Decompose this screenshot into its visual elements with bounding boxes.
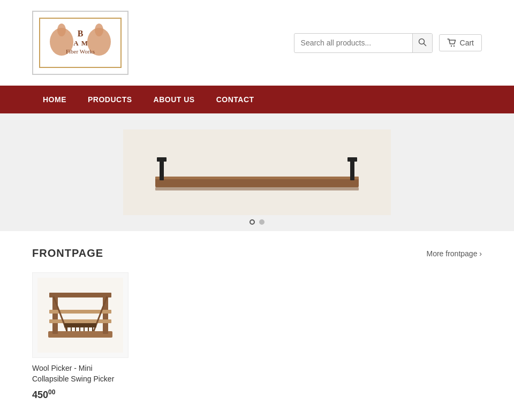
nav-products[interactable]: PRODUCTS [77,86,143,113]
svg-point-4 [95,24,103,36]
nav-about[interactable]: ABOUT US [143,86,206,113]
product-image-box [32,272,128,358]
svg-rect-17 [157,157,167,162]
logo-area: B A M Fiber Works [32,11,128,75]
logo: B A M Fiber Works [32,11,128,75]
slider-dots [250,219,264,225]
cart-button[interactable]: Cart [439,34,482,51]
svg-point-2 [57,24,66,36]
header-right: Cart [294,33,482,53]
price-value: 450 [32,390,48,400]
nav-contact[interactable]: CONTACT [206,86,265,113]
product-image [37,278,123,353]
svg-line-10 [424,43,426,45]
svg-text:B: B [78,29,84,38]
search-input[interactable] [294,34,412,51]
hero-slider [0,113,514,231]
search-icon [418,38,427,47]
svg-rect-16 [160,159,164,180]
main-content: FRONTPAGE More frontpage › [0,231,514,420]
svg-rect-15 [155,177,359,179]
section-title: FRONTPAGE [32,247,103,259]
nav-home[interactable]: HOME [32,86,77,113]
svg-rect-20 [155,187,359,190]
slider-dot-1[interactable] [250,219,255,225]
cart-icon [447,39,457,47]
svg-point-12 [453,45,454,47]
navigation: HOME PRODUCTS ABOUT US CONTACT [0,86,514,113]
products-grid: Wool Picker - Mini Collapsible Swing Pic… [32,272,482,401]
svg-text:M: M [81,39,88,47]
logo-image: B A M Fiber Works [37,16,123,70]
slider-svg [123,129,391,215]
product-price: 45000 [32,388,128,401]
cart-label: Cart [460,39,474,47]
price-cents: 00 [48,388,55,396]
svg-rect-18 [350,159,354,180]
svg-rect-27 [49,319,111,323]
product-card[interactable]: Wool Picker - Mini Collapsible Swing Pic… [32,272,128,401]
search-bar [294,33,433,53]
search-button[interactable] [412,34,432,52]
svg-point-11 [450,45,451,47]
svg-rect-19 [347,157,357,162]
more-frontpage-link[interactable]: More frontpage › [427,249,482,258]
svg-text:Fiber Works: Fiber Works [66,48,95,55]
header: B A M Fiber Works Cart [0,0,514,86]
product-name: Wool Picker - Mini Collapsible Swing Pic… [32,363,128,384]
slider-image [0,113,514,231]
svg-text:A: A [73,39,79,47]
svg-rect-21 [37,278,123,353]
slider-dot-2[interactable] [259,219,264,225]
section-header: FRONTPAGE More frontpage › [32,247,482,259]
svg-rect-25 [49,293,111,297]
